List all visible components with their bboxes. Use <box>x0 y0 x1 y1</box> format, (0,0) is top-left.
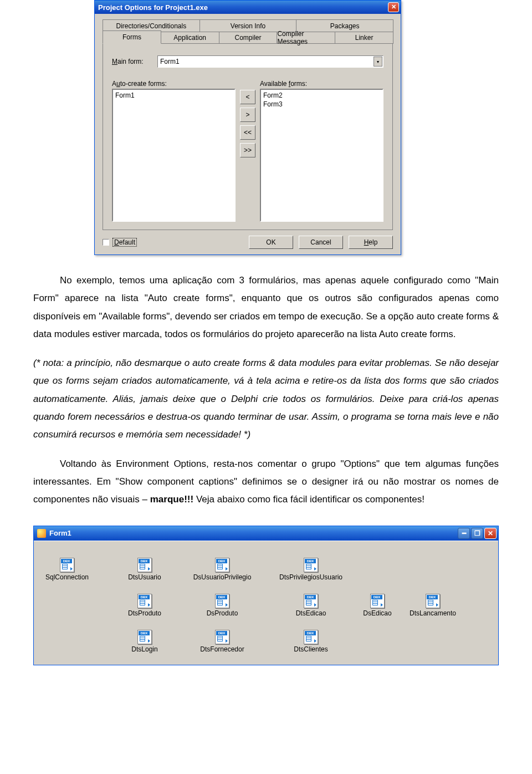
checkbox-icon[interactable] <box>103 239 109 246</box>
dbx-component-icon: DBX <box>215 630 229 644</box>
dbx-component-icon: DBX <box>215 594 229 608</box>
tab-compiler[interactable]: Compiler <box>219 32 278 44</box>
component-dtslancamento[interactable]: DBXDtsLancamento <box>400 594 466 617</box>
design-surface[interactable]: DBXSqlConnectionDBXDtsUsuarioDBXDsUsuari… <box>34 541 498 665</box>
auto-create-label: Auto-create forms: <box>112 80 236 88</box>
ok-button[interactable]: OK <box>249 236 293 249</box>
tab-application[interactable]: Application <box>161 32 219 44</box>
maximize-icon[interactable]: ❐ <box>471 528 483 539</box>
list-item[interactable]: Form1 <box>115 91 232 100</box>
component-dtsusuario[interactable]: DBXDtsUsuario <box>111 558 178 581</box>
main-form-combo[interactable]: Form1 ▾ <box>157 55 383 68</box>
dbx-component-icon: DBX <box>137 594 152 608</box>
component-dtsedicao[interactable]: DBXDtsEdicao <box>278 594 344 617</box>
component-label: DtsLancamento <box>408 609 457 617</box>
close-icon[interactable]: ✕ <box>484 528 497 539</box>
component-label: DtsUsuario <box>127 573 162 581</box>
forms-tab-pane: Main form: Form1 ▾ Auto-create forms: Fo… <box>103 43 393 230</box>
list-item[interactable]: Form2 <box>263 91 380 100</box>
tab-forms[interactable]: Forms <box>103 30 161 44</box>
project-options-dialog: Project Options for Project1.exe ✕ Direc… <box>94 0 401 255</box>
component-dtslogin[interactable]: DBXDtsLogin <box>111 630 178 653</box>
tab-strip: Directories/Conditionals Version Info Pa… <box>103 19 393 44</box>
component-dtsfornecedor[interactable]: DBXDtsFornecedor <box>189 630 255 653</box>
available-label: Available forms: <box>260 80 383 88</box>
paragraph-1: No exemplo, temos uma aplicação com 3 fo… <box>33 272 499 343</box>
dbx-component-icon: DBX <box>137 558 152 572</box>
form1-titlebar: Form1 ━ ❐ ✕ <box>34 526 498 541</box>
tab-directories[interactable]: Directories/Conditionals <box>103 19 200 32</box>
move-all-right-button[interactable]: >> <box>240 143 255 157</box>
article-body: No exemplo, temos uma aplicação com 3 fo… <box>33 272 499 509</box>
help-button[interactable]: Help <box>349 236 393 249</box>
dbx-component-icon: DBX <box>426 594 440 608</box>
tab-compiler-messages[interactable]: Compiler Messages <box>277 32 335 44</box>
main-form-value: Form1 <box>160 58 180 65</box>
chevron-down-icon[interactable]: ▾ <box>374 57 382 67</box>
move-right-button[interactable]: > <box>240 108 255 122</box>
component-dtsproduto[interactable]: DBXDtsProduto <box>111 594 178 617</box>
default-checkbox[interactable]: Default <box>103 238 137 247</box>
dbx-component-icon: DBX <box>304 558 318 572</box>
component-dsusuarioprivilegio[interactable]: DBXDsUsuarioPrivilegio <box>189 558 255 581</box>
component-label: DtsFornecedor <box>199 645 245 653</box>
move-all-left-button[interactable]: << <box>240 125 255 140</box>
component-dtsprivilegiosusuario[interactable]: DBXDtsPrivilegiosUsuario <box>278 558 344 581</box>
close-icon[interactable]: ✕ <box>388 2 399 12</box>
window-title: Project Options for Project1.exe <box>98 3 388 12</box>
component-label: DtsEdicao <box>295 609 328 617</box>
form1-window: Form1 ━ ❐ ✕ DBXSqlConnectionDBXDtsUsuari… <box>33 526 499 665</box>
cancel-button[interactable]: Cancel <box>299 236 343 249</box>
component-label: DsProduto <box>206 609 239 617</box>
component-dsproduto[interactable]: DBXDsProduto <box>189 594 255 617</box>
component-dtsclientes[interactable]: DBXDtsClientes <box>278 630 344 653</box>
titlebar: Project Options for Project1.exe ✕ <box>95 1 401 14</box>
dbx-component-icon: DBX <box>215 558 229 572</box>
delphi-form-icon <box>37 529 46 538</box>
form1-designer-screenshot: Form1 ━ ❐ ✕ DBXSqlConnectionDBXDtsUsuari… <box>33 526 499 665</box>
component-label: DtsClientes <box>293 645 329 653</box>
component-label: DtsPrivilegiosUsuario <box>278 573 344 581</box>
dbx-component-icon: DBX <box>137 630 152 644</box>
dbx-component-icon: DBX <box>304 594 318 608</box>
component-label: DtsLogin <box>130 645 158 653</box>
paragraph-3: Voltando às Environment Options, resta-n… <box>33 455 499 509</box>
component-label: DtsProduto <box>127 609 162 617</box>
component-sqlconnection[interactable]: DBXSqlConnection <box>34 558 100 581</box>
dbx-component-icon: DBX <box>304 630 318 644</box>
paragraph-2: (* nota: a princípio, não desmarque o au… <box>33 354 499 444</box>
component-label: DsUsuarioPrivilegio <box>192 573 253 581</box>
move-left-button[interactable]: < <box>240 90 255 104</box>
minimize-icon[interactable]: ━ <box>458 528 470 539</box>
main-form-label: Main form: <box>112 58 152 65</box>
form1-title: Form1 <box>49 529 458 537</box>
component-label: DsEdicao <box>362 609 392 617</box>
list-item[interactable]: Form3 <box>263 100 380 109</box>
dbx-component-icon: DBX <box>370 594 385 608</box>
component-label: SqlConnection <box>44 573 90 581</box>
auto-create-listbox[interactable]: Form1 <box>112 89 236 222</box>
dbx-component-icon: DBX <box>60 558 74 572</box>
available-listbox[interactable]: Form2 Form3 <box>260 89 383 222</box>
tab-linker[interactable]: Linker <box>335 32 393 44</box>
project-options-screenshot: Project Options for Project1.exe ✕ Direc… <box>94 0 401 255</box>
